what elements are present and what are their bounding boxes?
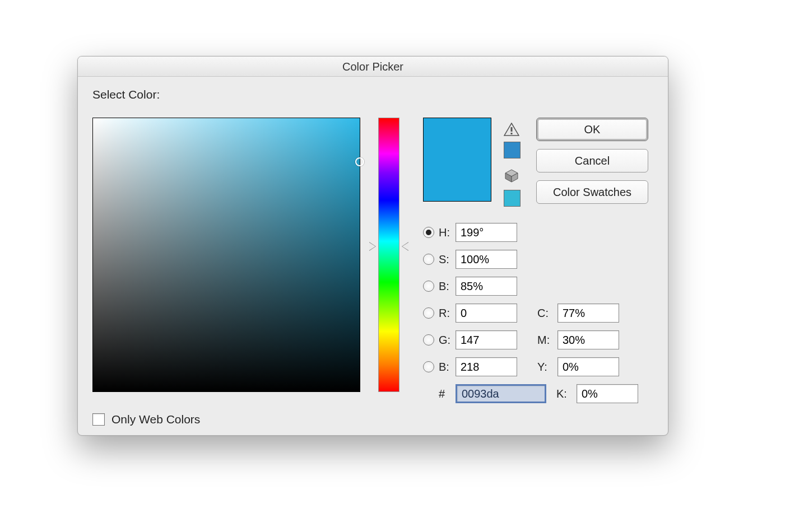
label-h: H: xyxy=(439,226,456,239)
label-brightness: B: xyxy=(439,280,456,293)
warning-column xyxy=(504,123,524,207)
input-b[interactable] xyxy=(456,357,517,376)
radio-h[interactable] xyxy=(423,227,434,238)
label-k: K: xyxy=(556,388,577,400)
svg-rect-2 xyxy=(511,133,513,134)
input-h[interactable] xyxy=(456,223,517,242)
gamut-warning-swatch[interactable] xyxy=(504,142,521,158)
numeric-fields: H: S: B: R: C: xyxy=(423,219,650,407)
hue-slider[interactable] xyxy=(378,118,399,392)
radio-brightness[interactable] xyxy=(423,281,434,292)
new-color-swatch xyxy=(424,118,491,201)
color-picker-dialog: Color Picker Select Color: xyxy=(77,56,668,436)
web-safe-swatch[interactable] xyxy=(504,190,521,207)
label-m: M: xyxy=(537,334,557,347)
dialog-title: Color Picker xyxy=(78,57,668,77)
only-web-colors-checkbox[interactable] xyxy=(92,413,105,426)
input-g[interactable] xyxy=(456,330,517,349)
warning-triangle-icon[interactable] xyxy=(504,123,519,136)
button-column: OK Cancel Color Swatches xyxy=(536,118,648,204)
footer: Only Web Colors xyxy=(92,413,200,426)
label-y: Y: xyxy=(537,361,557,374)
color-field-indicator[interactable] xyxy=(355,157,364,166)
cancel-button[interactable]: Cancel xyxy=(536,149,648,172)
input-m[interactable] xyxy=(557,330,619,349)
hue-arrow-right-icon xyxy=(402,242,408,251)
radio-b[interactable] xyxy=(423,361,434,372)
label-g: G: xyxy=(439,334,456,347)
input-k[interactable] xyxy=(577,384,638,403)
label-r: R: xyxy=(439,307,456,320)
svg-rect-1 xyxy=(511,127,513,132)
only-web-colors-label: Only Web Colors xyxy=(111,413,200,426)
label-c: C: xyxy=(537,307,557,320)
input-c[interactable] xyxy=(557,304,619,323)
label-b: B: xyxy=(439,361,456,374)
saturation-brightness-field[interactable] xyxy=(92,118,360,392)
cube-icon[interactable] xyxy=(504,169,519,183)
dialog-content: Select Color: xyxy=(78,77,668,435)
radio-r[interactable] xyxy=(423,307,434,319)
hue-arrow-left-icon xyxy=(369,242,376,251)
ok-button[interactable]: OK xyxy=(536,118,648,141)
input-y[interactable] xyxy=(557,357,619,376)
radio-s[interactable] xyxy=(423,254,434,265)
color-swatches-button[interactable]: Color Swatches xyxy=(536,180,648,204)
input-brightness[interactable] xyxy=(456,277,517,296)
label-hex: # xyxy=(439,388,456,400)
select-color-label: Select Color: xyxy=(92,88,653,101)
label-s: S: xyxy=(439,253,456,266)
radio-g[interactable] xyxy=(423,334,434,346)
input-hex[interactable] xyxy=(456,384,546,403)
input-r[interactable] xyxy=(456,304,517,323)
color-preview xyxy=(423,118,491,202)
input-s[interactable] xyxy=(456,250,517,269)
